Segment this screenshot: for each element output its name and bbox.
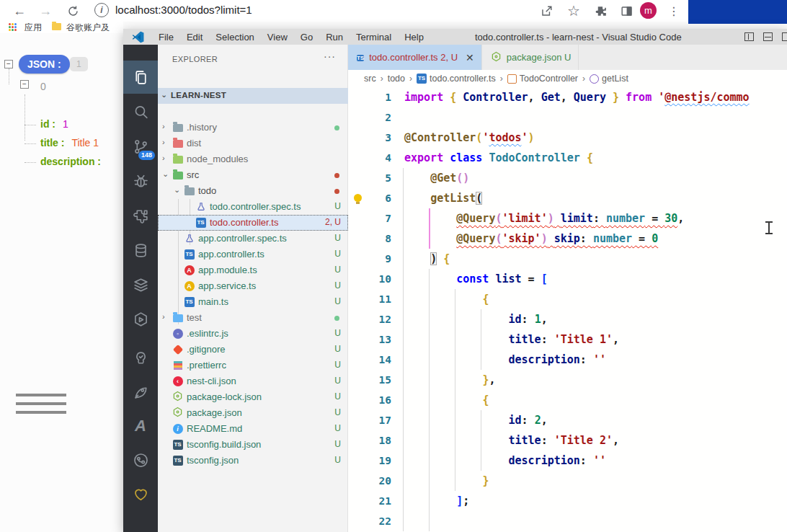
line-number[interactable]: 7 [348, 208, 391, 229]
tree-item-.prettierrc[interactable]: .prettierrcU [158, 358, 348, 373]
breadcrumb-todo[interactable]: todo [388, 74, 405, 84]
code-line-2[interactable]: 2 [348, 107, 787, 128]
code-line-16[interactable]: 16 { [348, 390, 787, 410]
code-line-12[interactable]: 12 id: 1, [348, 309, 787, 329]
code-line-9[interactable]: 9 ) { [348, 249, 787, 269]
code-line-6[interactable]: 6 getList( [348, 188, 787, 208]
breadcrumb-src[interactable]: src [364, 74, 376, 84]
share-icon[interactable] [537, 1, 556, 20]
menu-selection[interactable]: Selection [215, 32, 254, 43]
line-number[interactable]: 14 [348, 350, 391, 370]
code-line-5[interactable]: 5 @Get() [348, 168, 787, 188]
code-editor[interactable]: 1import { Controller, Get, Query } from … [348, 87, 787, 532]
tree-item-.gitignore[interactable]: .gitignoreU [158, 342, 348, 358]
tree-item-nest-cli.json[interactable]: ‹nest-cli.jsonU [158, 373, 348, 389]
breadcrumb-getList[interactable]: getList [590, 74, 628, 84]
code-line-8[interactable]: 8 @Query('skip') skip: number = 0 [348, 229, 787, 249]
tree-item-app.service.ts[interactable]: Aapp.service.tsU [158, 278, 348, 294]
code-line-3[interactable]: 3@Controller('todos') [348, 128, 787, 148]
browser-menu-icon[interactable]: ⋮ [664, 1, 683, 20]
close-tab-icon[interactable]: ✕ [466, 52, 474, 63]
code-line-18[interactable]: 18 title: 'Title 2', [348, 430, 787, 451]
code-line-19[interactable]: 19 description: '' [348, 451, 787, 471]
code-line-7[interactable]: 7 @Query('limit') limit: number = 30, [348, 208, 787, 229]
tree-item-app.controller.ts[interactable]: TSapp.controller.tsU [158, 247, 348, 262]
site-info-icon[interactable]: i [94, 3, 109, 17]
extensions-icon[interactable] [123, 199, 158, 232]
search-icon[interactable] [123, 95, 158, 128]
code-line-11[interactable]: 11 { [348, 289, 787, 309]
tree-item-README.md[interactable]: iREADME.mdU [158, 421, 348, 437]
tree-item-todo.controller.ts[interactable]: TStodo.controller.ts2, U [158, 215, 348, 231]
git-graph-icon[interactable] [123, 443, 158, 476]
code-line-13[interactable]: 13 title: 'Title 1', [348, 329, 787, 350]
forward-icon[interactable]: → [36, 1, 55, 20]
line-number[interactable]: 3 [348, 128, 391, 148]
close-window-icon[interactable] [782, 32, 787, 41]
json-root-label[interactable]: JSON : [19, 55, 70, 74]
extensions-puzzle-icon[interactable] [592, 1, 610, 20]
code-line-4[interactable]: 4export class TodoController { [348, 148, 787, 168]
breadcrumb-todo.controller.ts[interactable]: TStodo.controller.ts [417, 74, 496, 84]
code-line-1[interactable]: 1import { Controller, Get, Query } from … [348, 87, 787, 107]
line-number[interactable]: 20 [348, 471, 391, 491]
debug-icon[interactable] [123, 164, 158, 198]
back-icon[interactable]: ← [10, 1, 29, 20]
tab-todo.controller.ts[interactable]: TStodo.controller.ts 2, U✕ [348, 45, 482, 70]
tree-item-.history[interactable]: ›.history [158, 120, 348, 136]
azure-icon[interactable]: A [123, 409, 158, 443]
line-number[interactable]: 11 [348, 289, 391, 309]
code-line-22[interactable]: 22 [348, 511, 787, 531]
tree-item-main.ts[interactable]: TSmain.tsU [158, 294, 348, 310]
line-number[interactable]: 16 [348, 390, 391, 410]
json-root-toggle[interactable]: − [4, 60, 13, 68]
heart-icon[interactable] [123, 477, 158, 510]
line-number[interactable]: 9 [348, 249, 391, 269]
address-bar[interactable]: localhost:3000/todos?limit=1 [115, 4, 252, 16]
tree-item-tsconfig.json[interactable]: TStsconfig.jsonU [158, 453, 348, 469]
apps-grid-icon[interactable] [9, 23, 17, 32]
rocket-icon[interactable] [123, 376, 158, 409]
bookmark-apps-label[interactable]: 应用 [25, 22, 42, 34]
menu-view[interactable]: View [267, 32, 288, 43]
layers-icon[interactable] [123, 268, 158, 301]
tree-item-dist[interactable]: ›dist [158, 136, 348, 151]
menu-file[interactable]: File [159, 32, 174, 43]
line-number[interactable]: 8 [348, 229, 391, 249]
line-number[interactable]: 21 [348, 491, 391, 511]
refresh-icon[interactable] [63, 1, 82, 20]
code-line-10[interactable]: 10 const list = [ [348, 269, 787, 289]
line-number[interactable]: 4 [348, 148, 391, 168]
bookmark-star-icon[interactable]: ☆ [564, 1, 583, 20]
preview-icon[interactable] [123, 303, 158, 336]
line-number[interactable]: 2 [348, 107, 391, 128]
tree-item-todo.controller.spec.ts[interactable]: todo.controller.spec.tsU [158, 199, 348, 215]
line-number[interactable]: 1 [348, 87, 391, 107]
code-line-15[interactable]: 15 }, [348, 370, 787, 390]
toggle-sidebar-icon[interactable] [744, 32, 754, 41]
profile-avatar[interactable]: m [640, 2, 657, 19]
tree-item-.eslintrc.js[interactable]: ◦.eslintrc.jsU [158, 326, 348, 342]
tree-item-src[interactable]: ⌄src [158, 167, 348, 183]
code-line-14[interactable]: 14 description: '' [348, 350, 787, 370]
tree-item-tsconfig.build.json[interactable]: TStsconfig.build.jsonU [158, 437, 348, 453]
files-icon[interactable] [123, 61, 158, 94]
menu-edit[interactable]: Edit [187, 32, 203, 43]
menu-terminal[interactable]: Terminal [356, 32, 391, 43]
breadcrumb-TodoController[interactable]: TodoController [507, 74, 578, 84]
database-icon[interactable] [123, 234, 158, 267]
code-line-21[interactable]: 21 ]; [348, 491, 787, 511]
tab-package.json[interactable]: package.json U [482, 45, 579, 70]
code-line-17[interactable]: 17 id: 2, [348, 410, 787, 430]
line-number[interactable]: 22 [348, 511, 391, 531]
line-number[interactable]: 17 [348, 410, 391, 430]
line-number[interactable]: 18 [348, 430, 391, 451]
lightbulb-icon[interactable] [354, 194, 362, 202]
tree-item-package-lock.json[interactable]: package-lock.jsonU [158, 389, 348, 405]
json-index-toggle[interactable]: − [20, 80, 29, 89]
side-panel-icon[interactable] [617, 1, 636, 20]
explorer-actions-icon[interactable]: ··· [324, 50, 336, 62]
menu-run[interactable]: Run [326, 32, 343, 43]
menu-go[interactable]: Go [301, 32, 313, 43]
line-number[interactable]: 13 [348, 329, 391, 350]
